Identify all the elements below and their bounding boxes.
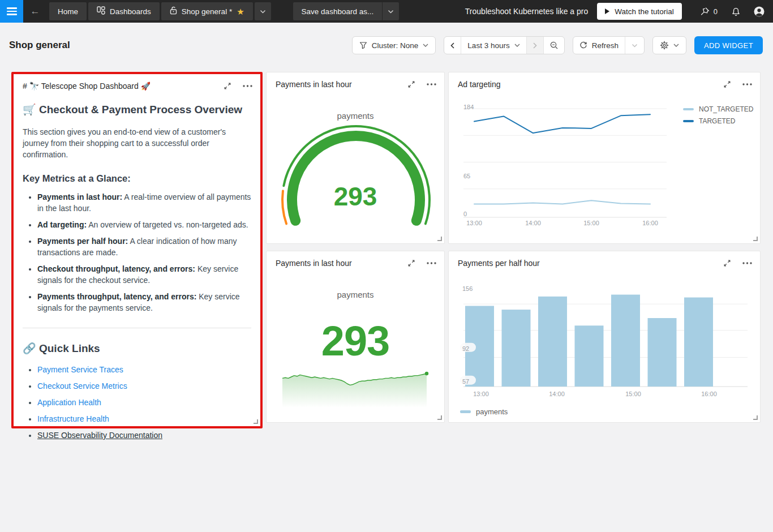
metric-item: Checkout throughput, latency, and errors… <box>37 263 251 286</box>
chevron-down-icon <box>632 44 638 48</box>
refresh-button[interactable]: Refresh <box>573 37 625 54</box>
legend-swatch <box>683 120 694 123</box>
line-chart: 18465013:0014:0015:0016:00 <box>449 72 761 244</box>
widget-menu-icon[interactable] <box>427 262 436 264</box>
quick-links-heading: 🔗 Quick Links <box>23 342 251 355</box>
play-icon <box>605 8 609 14</box>
expand-widget-icon[interactable] <box>407 259 415 267</box>
save-dashboard-group: Save dashboard as... <box>293 2 401 20</box>
tab-shop-general[interactable]: Shop general * ★ <box>161 2 253 20</box>
resize-handle[interactable] <box>753 415 758 420</box>
save-dashboard-button[interactable]: Save dashboard as... <box>293 2 383 20</box>
gear-icon <box>660 41 669 50</box>
metric-item: Payments per half hour: A clear indicati… <box>37 235 251 258</box>
quick-link[interactable]: Infrastructure Health <box>37 414 109 423</box>
dashboard-app: ← Home Dashboards Shop gen <box>0 0 773 532</box>
resize-handle[interactable] <box>437 415 442 420</box>
tab-label: Shop general * <box>182 7 232 16</box>
widget-ad-targeting: Ad targeting 18465013:0014:0015:0016:00 … <box>448 72 761 244</box>
time-range-group: Last 3 hours <box>444 36 564 54</box>
resize-handle[interactable] <box>437 237 442 241</box>
svg-text:184: 184 <box>463 104 474 110</box>
time-range-selector[interactable]: Last 3 hours <box>461 37 526 54</box>
hamburger-menu-button[interactable] <box>0 0 23 23</box>
widget-markdown: # 🔭 Telescope Shop Dashboard 🚀 🛒 Checkou… <box>11 72 263 428</box>
quick-link[interactable]: Checkout Service Metrics <box>37 381 127 391</box>
legend-item[interactable]: TARGETED <box>683 117 753 125</box>
chart-legend: NOT_TARGETEDTARGETED <box>683 105 753 129</box>
watch-tutorial-button[interactable]: Watch the tutorial <box>597 3 682 20</box>
chevron-down-icon <box>388 10 394 14</box>
resize-handle[interactable] <box>753 237 758 241</box>
pinned-items-button[interactable]: 0 <box>700 7 718 16</box>
avatar-icon <box>753 6 765 18</box>
quick-link[interactable]: Application Health <box>37 398 101 407</box>
tab-label: Dashboards <box>110 7 151 16</box>
chevron-left-icon <box>450 42 454 49</box>
widget-menu-icon[interactable] <box>243 85 252 87</box>
resize-handle[interactable] <box>254 419 258 424</box>
bell-icon <box>731 6 741 16</box>
svg-text:13:00: 13:00 <box>466 220 482 226</box>
bar-chart: 156925713:0014:0015:0016:00 <box>449 251 761 423</box>
favorite-star-icon[interactable]: ★ <box>237 7 244 16</box>
widget-payments-number: Payments in last hour payments 293 <box>266 251 445 423</box>
settings-button[interactable] <box>652 36 686 54</box>
add-widget-button[interactable]: ADD WIDGET <box>694 36 763 54</box>
tab-home[interactable]: Home <box>49 2 87 20</box>
gauge-value: 293 <box>267 181 444 212</box>
metric-item: Payments in last hour: A real-time overv… <box>37 191 251 214</box>
time-back-button[interactable] <box>444 37 461 54</box>
page-title: Shop general <box>9 40 70 51</box>
quick-links-list: Payment Service TracesCheckout Service M… <box>23 364 251 441</box>
metrics-heading: Key Metrics at a Glance: <box>23 173 251 184</box>
legend-label: TARGETED <box>699 117 735 125</box>
chevron-down-icon <box>673 44 679 47</box>
tab-options-chevron[interactable] <box>255 2 271 20</box>
legend-label: NOT_TARGETED <box>699 105 753 113</box>
svg-text:14:00: 14:00 <box>525 220 541 226</box>
refresh-group: Refresh <box>573 36 645 54</box>
dashboard-toolbar: Cluster: None Last 3 hours <box>352 36 763 54</box>
widget-title: # 🔭 Telescope Shop Dashboard 🚀 <box>23 81 224 91</box>
tab-dashboards[interactable]: Dashboards <box>88 2 160 20</box>
pin-count: 0 <box>714 7 718 16</box>
hamburger-icon <box>7 7 17 9</box>
gauge-chart <box>267 72 445 244</box>
widget-gauge: Payments in last hour payments 293 <box>266 72 445 244</box>
legend-item[interactable]: payments <box>460 407 508 416</box>
quick-link[interactable]: SUSE Observability Documentation <box>37 431 162 440</box>
svg-text:57: 57 <box>462 378 469 385</box>
sparkline-chart <box>280 367 432 411</box>
tab-label: Home <box>58 7 78 16</box>
svg-text:13:00: 13:00 <box>473 391 489 397</box>
expand-widget-icon[interactable] <box>224 82 231 90</box>
svg-text:15:00: 15:00 <box>625 391 641 397</box>
cluster-filter-button[interactable]: Cluster: None <box>352 36 436 54</box>
pin-icon <box>700 7 710 16</box>
zoom-out-time-button[interactable] <box>543 37 564 54</box>
legend-swatch <box>683 108 694 111</box>
filter-funnel-icon <box>359 41 367 49</box>
markdown-intro: This section gives you an end-to-end vie… <box>23 126 251 160</box>
legend-swatch <box>460 410 471 413</box>
legend-item[interactable]: NOT_TARGETED <box>683 105 753 113</box>
user-avatar-button[interactable] <box>753 6 765 18</box>
refresh-icon <box>579 41 587 49</box>
metric-value: 293 <box>267 317 444 365</box>
widget-payments-bars: Payments per half hour 156925713:0014:00… <box>448 251 761 423</box>
quick-link[interactable]: Payment Service Traces <box>37 365 123 374</box>
svg-text:16:00: 16:00 <box>642 220 658 226</box>
svg-text:16:00: 16:00 <box>701 391 717 397</box>
refresh-options-chevron[interactable] <box>625 37 644 54</box>
dashboards-icon <box>97 6 105 16</box>
save-dashboard-chevron[interactable] <box>382 2 399 20</box>
notifications-button[interactable] <box>731 6 741 16</box>
legend-label: payments <box>476 407 508 416</box>
time-forward-button[interactable] <box>526 37 543 54</box>
unlocked-padlock-icon <box>170 6 177 16</box>
svg-text:92: 92 <box>462 345 469 352</box>
svg-text:65: 65 <box>463 173 470 179</box>
back-button[interactable]: ← <box>23 6 47 17</box>
chevron-down-icon <box>514 44 520 47</box>
